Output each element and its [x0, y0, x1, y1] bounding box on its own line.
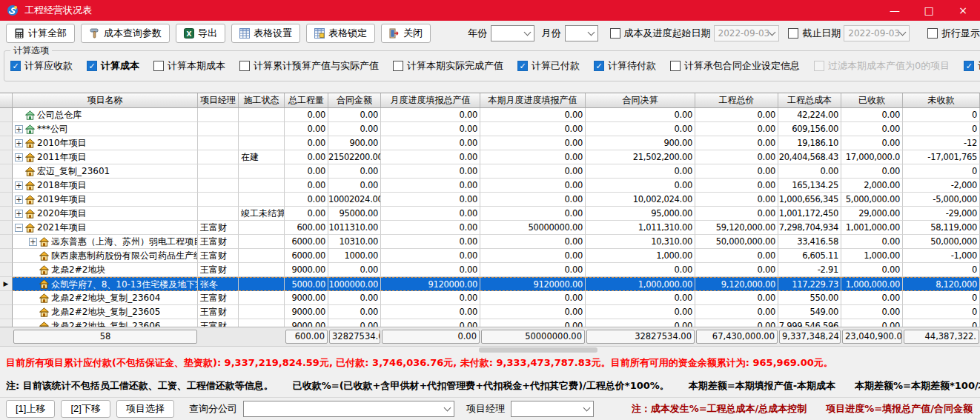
column-header[interactable]: 合同金额 [328, 93, 381, 107]
value-cell: 7,298,704,934 [778, 221, 841, 235]
table-row[interactable]: 宏迈_复制_236010.000.000.000.000.000.000.000… [0, 164, 980, 179]
checkbox-box [239, 61, 250, 71]
status-cell [239, 221, 285, 235]
calc-option-checkbox[interactable]: 计算承包合同企业设定信息 [670, 59, 800, 73]
table-row[interactable]: +2019年项目0.0010002024.000.000.0010,002,02… [0, 193, 980, 207]
end-date-select[interactable]: 2022-09-03 [844, 25, 910, 41]
manager-cell [198, 164, 239, 179]
minimize-button[interactable]: — [878, 0, 912, 21]
company-house-icon [25, 110, 35, 120]
value-cell: 0.00 [480, 249, 586, 263]
table-row[interactable]: +2020年项目竣工未结算0.0095000.000.000.0095,000.… [0, 207, 980, 221]
close-button[interactable]: × [946, 0, 980, 21]
table-row[interactable]: +2018年项目0.000.000.000.000.000.00165,134.… [0, 179, 980, 193]
table-row[interactable]: 陕西康惠制药股份有限公司药品生产线王富财6000.001000.000.000.… [0, 249, 980, 263]
project-name-cell: +远东普惠（上海、苏州）弱电工程项目 [13, 235, 198, 249]
calc-option-checkbox[interactable]: 计算累计预算产值与实际产值 [239, 59, 379, 73]
calc-option-checkbox: 过滤本期成本产值为0的项目 [814, 59, 950, 73]
table-settings-button[interactable]: 表格设置 [231, 24, 300, 43]
move-down-button[interactable]: [2]下移 [61, 400, 110, 418]
tree-expand-toggle[interactable]: + [15, 181, 23, 190]
tree-expand-toggle[interactable]: + [15, 125, 23, 133]
calc-option-checkbox[interactable]: ✓计算待付款 [594, 59, 656, 73]
tree-expand-toggle[interactable]: + [29, 238, 37, 246]
project-name-cell: 公司总仓库 [13, 108, 198, 122]
calc-option-label: 计算成本 [101, 59, 139, 73]
column-header[interactable]: 已收款 [841, 93, 903, 107]
calc-option-checkbox[interactable]: 计算本期实际完成产值 [393, 59, 503, 73]
checkbox-box: ✓ [517, 61, 528, 71]
calc-option-checkbox[interactable]: ✓计算月度进度填报产值 [964, 59, 980, 73]
export-button[interactable]: X导出 [176, 24, 225, 43]
value-cell: 0.00 [285, 108, 328, 122]
manager-cell: 王富财 [198, 221, 239, 235]
year-select[interactable] [491, 25, 534, 41]
value-cell: 0.00 [586, 263, 695, 277]
column-header[interactable]: 合同决算 [586, 93, 695, 107]
value-cell: 5,000,000.00 [841, 193, 903, 207]
calc-option-checkbox[interactable]: ✓计算成本 [87, 59, 139, 73]
end-date-checkbox[interactable]: 截止日期 [788, 27, 841, 40]
start-date-checkbox[interactable]: 成本及进度起始日期 [610, 27, 711, 40]
table-row[interactable]: −2021年项目王富财600.001011310.000.0050000000.… [0, 221, 980, 235]
column-header[interactable]: 项目经理 [198, 93, 239, 107]
column-header[interactable]: 月度进度填报总产值 [381, 93, 480, 107]
button-label: 表格设置 [254, 27, 292, 40]
table-row[interactable]: 龙鼎2#2地块_复制_23605王富财9000.000.000.000.000.… [0, 305, 980, 319]
branch-select[interactable] [243, 401, 454, 417]
value-cell: 0.00 [841, 136, 903, 150]
value-cell: 0.00 [480, 179, 586, 193]
value-cell: 6,605.11 [778, 249, 841, 263]
tree-expand-toggle[interactable]: + [15, 153, 23, 161]
calc-option-checkbox[interactable]: ✓计算应收款 [10, 59, 73, 73]
table-row[interactable]: 龙鼎2#2地块_复制_23604王富财9000.000.000.000.000.… [0, 291, 980, 305]
table-row[interactable]: 公司总仓库0.000.000.000.000.000.0042,224.000.… [0, 108, 980, 122]
table-row[interactable]: 龙鼎2#2地块_复制_23606王富财9000.000.000.000.000.… [0, 319, 980, 327]
value-cell: 0 [903, 291, 980, 305]
value-cell: 0.00 [841, 291, 903, 305]
column-header[interactable]: 总工程量 [285, 93, 328, 107]
tree-collapse-toggle[interactable]: − [15, 224, 23, 232]
table-row[interactable]: +远东普惠（上海、苏州）弱电工程项目王富财6000.0010310.000.00… [0, 235, 980, 249]
move-up-button[interactable]: [1]上移 [6, 400, 55, 418]
calc-all-button[interactable]: 计算全部 [6, 24, 75, 43]
column-header[interactable]: 施工状态 [239, 93, 285, 107]
row-indicator [0, 164, 13, 179]
cost-query-params-button[interactable]: 成本查询参数 [81, 24, 170, 43]
column-header[interactable]: 工程总成本 [778, 93, 841, 107]
table-lock-button[interactable]: 表格锁定 [306, 24, 375, 43]
project-name: 2021年项目 [37, 221, 87, 234]
project-name: 2010年项目 [37, 136, 87, 150]
table-row[interactable]: +***公司0.000.000.000.000.000.00609,156.00… [0, 122, 980, 136]
wrap-display-checkbox[interactable]: 折行显示 [927, 27, 980, 40]
value-cell: 550.00 [778, 291, 841, 305]
table-row[interactable]: 龙鼎2#2地块王富财9000.000.000.000.000.000.00-2.… [0, 263, 980, 277]
table-row[interactable]: +2010年项目0.00900.000.000.00900.000.0019,1… [0, 136, 980, 150]
column-header[interactable]: 未收款 [903, 93, 980, 107]
column-header[interactable]: 工程总价 [695, 93, 778, 107]
calc-option-checkbox[interactable]: 计算本期成本 [153, 59, 225, 73]
toolbar: 计算全部成本查询参数X导出表格设置表格锁定关闭 年份 月份 成本及进度起始日期 … [0, 21, 980, 45]
value-cell: 9000.00 [285, 263, 328, 277]
manager-select[interactable] [511, 401, 594, 417]
close-form-button[interactable]: 关闭 [381, 24, 431, 43]
table-row[interactable]: +2011年项目在建0.0021502200.000.000.0021,502,… [0, 150, 980, 164]
table-row[interactable]: ▶众凯学府7、8、10-13住宅楼及地下室张冬5000.001000000.00… [0, 277, 980, 291]
month-select[interactable] [565, 25, 598, 41]
value-cell: 7,999,546,596 [778, 319, 841, 327]
column-header[interactable]: 本期月度进度填报产值 [480, 93, 586, 107]
tree-expand-toggle[interactable]: + [15, 139, 23, 147]
calc-option-checkbox[interactable]: ✓计算已付款 [517, 59, 580, 73]
start-date-select[interactable]: 2022-09-03 [714, 25, 780, 41]
tree-expand-toggle[interactable]: + [15, 196, 23, 204]
value-cell: 0.00 [381, 291, 480, 305]
maximize-button[interactable]: □ [912, 0, 946, 21]
column-header[interactable]: 项目名称 [13, 93, 198, 107]
value-cell: 0.00 [695, 319, 778, 327]
summary-value: 67,430,000.00 [696, 330, 778, 344]
value-cell: 0.00 [285, 136, 328, 150]
value-cell: 0 [903, 108, 980, 122]
project-select-button[interactable]: 项目选择 [116, 400, 174, 418]
value-cell: 0.00 [695, 193, 778, 207]
tree-expand-toggle[interactable]: + [15, 210, 23, 218]
